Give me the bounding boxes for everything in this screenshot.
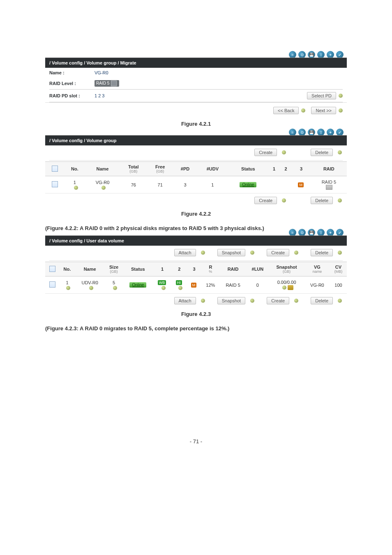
figure-caption: Figure 4.2.3	[45, 311, 347, 317]
next-button[interactable]: Next >>	[311, 107, 336, 114]
cell-lun: 0	[247, 276, 269, 294]
col-checkbox	[45, 162, 64, 176]
col-raid: RAID	[220, 262, 247, 276]
migrate-panel: ≡ ⚙ 💾 ⇪ ✦ ✔ / Volume config / Volume gro…	[45, 58, 347, 117]
cell-name: UDV-R0	[75, 276, 105, 294]
row-menu-icon[interactable]	[161, 286, 166, 290]
delete-button[interactable]: Delete	[311, 197, 333, 204]
col-1: 1	[153, 262, 171, 276]
status-dot-icon	[294, 251, 298, 255]
udv-table: No. Name Size(GB) Status 1 2 3 R% RAID #…	[45, 262, 347, 294]
delete-button[interactable]: Delete	[311, 149, 333, 156]
create-button[interactable]: Create	[254, 197, 277, 204]
delete-button[interactable]: Delete	[311, 249, 333, 256]
col-pd: #PD	[173, 162, 197, 176]
bottom-toolbar: Create Delete	[45, 193, 347, 207]
raid-pd-slot-row: RAID PD slot : 1 2 3 Select PD	[45, 90, 347, 102]
create-button[interactable]: Create	[267, 297, 289, 304]
cell-2	[280, 176, 291, 193]
col-name: Name	[75, 262, 105, 276]
cell-vg: VG-R0	[304, 276, 330, 294]
raid-level-label: RAID Level :	[49, 81, 95, 86]
cell-1	[268, 176, 280, 193]
row-menu-icon[interactable]	[74, 186, 78, 190]
status-badge: Online	[240, 182, 256, 187]
migrate-tag: M	[191, 283, 197, 288]
back-button[interactable]: << Back	[273, 107, 299, 114]
row-menu-icon[interactable]	[89, 286, 93, 290]
raid-pd-slot-label: RAID PD slot :	[49, 93, 95, 98]
cell-1: WB	[153, 276, 171, 294]
col-no: No.	[59, 262, 75, 276]
col-1: 1	[268, 162, 280, 176]
cell-udv: 1	[197, 176, 228, 193]
col-vg: VGname	[304, 262, 330, 276]
status-dot-icon	[282, 150, 286, 154]
col-status: Status	[228, 162, 268, 176]
snapshot-button[interactable]: Snapshot	[217, 249, 245, 256]
udv-panel: ≡ ⚙ 💾 ⇪ ✦ ✔ / Volume config / User data …	[45, 235, 347, 308]
select-all-checkbox[interactable]	[52, 166, 58, 172]
row-checkbox[interactable]	[49, 281, 55, 288]
snapshot-icon[interactable]	[288, 285, 293, 290]
attach-button[interactable]: Attach	[174, 297, 196, 304]
cell-pd: 3	[173, 176, 197, 193]
col-lun: #LUN	[247, 262, 269, 276]
status-dot-icon	[201, 299, 205, 303]
row-menu-icon[interactable]	[178, 286, 182, 290]
row-menu-icon[interactable]	[113, 286, 117, 290]
status-dot-icon	[338, 299, 342, 303]
status-dot-icon	[250, 299, 254, 303]
select-pd-button[interactable]: Select PD	[307, 92, 336, 99]
raid-level-row: RAID Level : RAID 5	[45, 78, 347, 89]
col-snapshot: Snapshot(GB)	[269, 262, 304, 276]
name-value: VG-R0	[95, 70, 108, 75]
col-r: R%	[201, 262, 220, 276]
col-cv: CV(MB)	[330, 262, 347, 276]
status-dot-icon	[338, 198, 342, 203]
cell-snapshot: 0.00/0.00	[269, 276, 304, 294]
select-all-checkbox[interactable]	[49, 266, 55, 272]
table-row: 1 UDV-R0 5 Online WB HI M 12% RAID 5 0 0…	[45, 276, 347, 294]
col-3: 3	[292, 162, 311, 176]
status-dot-icon	[282, 198, 286, 203]
cell-r: 12%	[201, 276, 220, 294]
status-dot-icon	[294, 299, 298, 303]
bottom-toolbar: Attach Snapshot Create Delete	[45, 294, 347, 308]
cell-raid: RAID 5	[220, 276, 247, 294]
create-button[interactable]: Create	[254, 149, 277, 156]
top-toolbar: Create Delete	[45, 145, 347, 159]
col-no: No.	[64, 162, 85, 176]
status-dot-icon	[201, 251, 205, 255]
breadcrumb: / Volume config / Volume group	[45, 135, 347, 145]
name-label: Name :	[49, 70, 95, 75]
figure-description: (Figure 4.2.3: A RAID 0 migrates to RAID…	[45, 325, 347, 332]
page-number: - 71 -	[45, 438, 347, 444]
create-button[interactable]: Create	[267, 249, 289, 256]
attach-button[interactable]: Attach	[174, 249, 196, 256]
breadcrumb: / Volume config / User data volume	[45, 235, 347, 246]
cell-3: M	[292, 176, 311, 193]
row-menu-icon[interactable]	[101, 186, 106, 190]
raid-level-select[interactable]: RAID 5	[95, 80, 119, 87]
row-menu-icon[interactable]	[66, 286, 70, 290]
col-total: Total(GB)	[120, 162, 147, 176]
status-dot-icon	[339, 94, 343, 98]
delete-button[interactable]: Delete	[311, 297, 333, 304]
col-udv: #UDV	[197, 162, 228, 176]
wb-tag: WB	[158, 280, 166, 285]
row-menu-icon[interactable]	[282, 286, 286, 290]
snapshot-button[interactable]: Snapshot	[217, 297, 245, 304]
wizard-nav-row: << Back Next >>	[45, 102, 347, 117]
cell-status: Online	[123, 276, 153, 294]
volume-group-table: No. Name Total(GB) Free(GB) #PD #UDV Sta…	[45, 161, 347, 193]
figure-caption: Figure 4.2.1	[45, 121, 347, 127]
breadcrumb: / Volume config / Volume group / Migrate	[45, 58, 347, 68]
cell-cv: 100	[330, 276, 347, 294]
col-2: 2	[172, 262, 187, 276]
status-dot-icon	[339, 108, 343, 113]
top-toolbar: Attach Snapshot Create Delete	[45, 246, 347, 260]
cell-name: VG-R0	[85, 176, 120, 193]
row-checkbox[interactable]	[52, 181, 58, 187]
status-dot-icon	[301, 108, 305, 113]
